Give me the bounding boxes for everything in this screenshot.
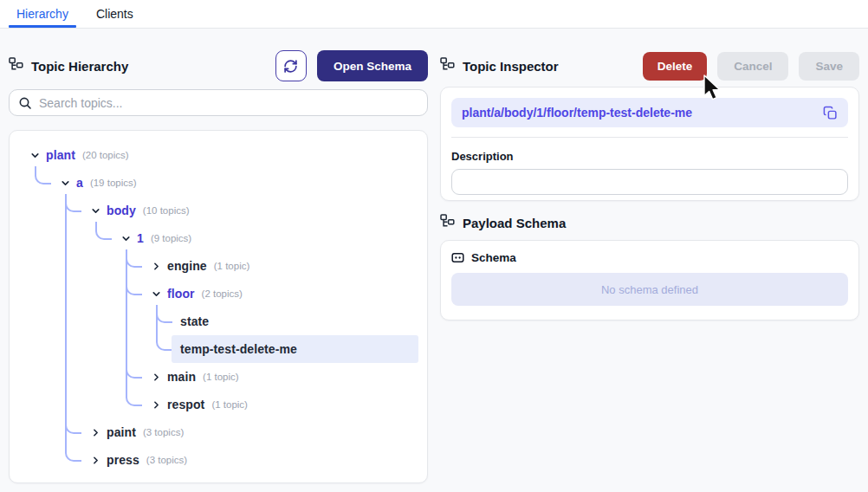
tree-node-1: 1(9 topics)engine(1 topic)floor(2 topics…	[120, 224, 418, 418]
refresh-button[interactable]	[275, 50, 307, 81]
topic-count: (2 topics)	[202, 288, 243, 299]
description-input[interactable]	[451, 169, 848, 195]
inspector-divider	[451, 137, 848, 138]
tree-row-respot[interactable]: respot(1 topic)	[141, 391, 418, 418]
tree-row-a[interactable]: a(19 topics)	[50, 169, 418, 197]
tree-row-floor[interactable]: floor(2 topics)	[141, 280, 418, 308]
chevron-down-icon[interactable]	[120, 232, 132, 244]
topic-name: body	[107, 204, 136, 217]
cancel-button[interactable]: Cancel	[717, 52, 788, 81]
tree-row-temp-test-delete-me[interactable]: temp-test-delete-me	[172, 335, 418, 363]
tree-row-engine[interactable]: engine(1 topic)	[141, 252, 418, 280]
schema-label: Schema	[471, 251, 516, 264]
chevron-down-icon[interactable]	[150, 288, 162, 300]
tree-branch: engine(1 topic)floor(2 topics)statetemp-…	[120, 252, 418, 418]
tree-row-press[interactable]: press(3 topics)	[81, 446, 418, 474]
chevron-down-icon[interactable]	[29, 149, 41, 161]
topic-name: paint	[107, 425, 136, 439]
topic-name: engine	[167, 259, 207, 273]
topic-hierarchy-header: Topic Hierarchy Open Schema	[9, 50, 428, 81]
tree-branch: body(10 topics)1(9 topics)engine(1 topic…	[59, 197, 418, 474]
copy-icon	[823, 106, 838, 120]
tree-branch: statetemp-test-delete-me	[150, 308, 418, 363]
topic-count: (10 topics)	[143, 205, 190, 216]
copy-button[interactable]	[823, 106, 838, 120]
chevron-right-icon[interactable]	[89, 426, 101, 438]
tree-branch: a(19 topics)body(10 topics)1(9 topics)en…	[29, 169, 418, 474]
chevron-down-icon[interactable]	[89, 204, 101, 217]
tree-node-temp-test-delete-me: temp-test-delete-me	[180, 335, 418, 363]
payload-schema-title: Payload Schema	[463, 216, 566, 230]
schema-empty-text: No schema defined	[601, 283, 698, 296]
schema-empty-state: No schema defined	[451, 273, 848, 306]
tree-row-body[interactable]: body(10 topics)	[81, 197, 418, 224]
refresh-icon	[283, 59, 298, 74]
tree-node-respot: respot(1 topic)	[150, 391, 418, 418]
topic-count: (1 topic)	[211, 399, 248, 410]
topic-count: (3 topics)	[146, 455, 187, 465]
hierarchy-tree-icon	[9, 57, 23, 74]
tree-node-state: state	[180, 308, 418, 335]
chevron-right-icon[interactable]	[150, 398, 162, 411]
schema-card: Schema No schema defined	[440, 240, 859, 320]
tree-row-paint[interactable]: paint(3 topics)	[81, 418, 418, 446]
tab-clients[interactable]: Clients	[88, 0, 141, 28]
topic-name: temp-test-delete-me	[180, 342, 297, 356]
topic-name: main	[167, 370, 196, 384]
save-button[interactable]: Save	[799, 52, 859, 81]
tree-row-main[interactable]: main(1 topic)	[141, 363, 418, 391]
tree-node-main: main(1 topic)	[150, 363, 418, 391]
tree-node-body: body(10 topics)1(9 topics)engine(1 topic…	[89, 197, 418, 418]
tree-node-a: a(19 topics)body(10 topics)1(9 topics)en…	[59, 169, 418, 474]
tree-node-engine: engine(1 topic)	[150, 252, 418, 280]
topic-name: press	[107, 453, 139, 467]
tab-hierarchy[interactable]: Hierarchy	[9, 0, 76, 28]
tree-node-paint: paint(3 topics)	[89, 418, 418, 446]
topic-count: (9 topics)	[151, 233, 191, 243]
left-panel-title: Topic Hierarchy	[31, 59, 128, 74]
topic-count: (20 topics)	[82, 150, 129, 160]
topic-count: (19 topics)	[90, 178, 137, 188]
delete-button[interactable]: Delete	[643, 52, 708, 81]
chevron-down-icon[interactable]	[59, 177, 71, 189]
top-tab-bar: Hierarchy Clients	[0, 0, 868, 29]
chevron-right-icon[interactable]	[150, 260, 162, 272]
description-label: Description	[451, 150, 848, 163]
topic-tree: plant(20 topics)a(19 topics)body(10 topi…	[18, 141, 418, 474]
tree-row-1[interactable]: 1(9 topics)	[111, 224, 418, 252]
topic-name: state	[180, 314, 209, 328]
schema-icon	[451, 251, 464, 264]
open-schema-button[interactable]: Open Schema	[317, 50, 428, 81]
tree-branch: 1(9 topics)engine(1 topic)floor(2 topics…	[89, 224, 418, 418]
search-input[interactable]	[39, 96, 418, 110]
topic-path: plant/a/body/1/floor/temp-test-delete-me	[462, 106, 692, 120]
search-icon	[18, 96, 32, 110]
topic-name: plant	[46, 148, 75, 162]
topic-tree-card: plant(20 topics)a(19 topics)body(10 topi…	[9, 130, 428, 483]
topic-name: a	[76, 176, 83, 190]
topic-name: floor	[167, 287, 195, 301]
topic-inspector-header: Topic Inspector Delete Cancel Save	[440, 50, 859, 81]
tree-row-state[interactable]: state	[172, 308, 418, 335]
topic-count: (1 topic)	[203, 372, 239, 382]
tree-node-plant: plant(20 topics)a(19 topics)body(10 topi…	[29, 141, 418, 474]
topic-count: (1 topic)	[214, 261, 250, 271]
payload-schema-header: Payload Schema	[440, 213, 859, 232]
search-box	[9, 89, 428, 116]
inspector-tree-icon	[440, 57, 455, 74]
topic-count: (3 topics)	[143, 427, 184, 437]
payload-tree-icon	[440, 214, 455, 231]
topic-inspector-card: plant/a/body/1/floor/temp-test-delete-me…	[440, 87, 859, 201]
chevron-right-icon[interactable]	[89, 454, 101, 466]
tree-node-floor: floor(2 topics)statetemp-test-delete-me	[150, 280, 418, 363]
topic-name: respot	[167, 398, 204, 411]
right-panel-title: Topic Inspector	[463, 59, 559, 74]
chevron-right-icon[interactable]	[150, 371, 162, 383]
tree-node-press: press(3 topics)	[89, 446, 418, 474]
topic-path-chip: plant/a/body/1/floor/temp-test-delete-me	[451, 98, 848, 127]
topic-name: 1	[137, 231, 144, 245]
tree-row-plant[interactable]: plant(20 topics)	[20, 141, 418, 169]
